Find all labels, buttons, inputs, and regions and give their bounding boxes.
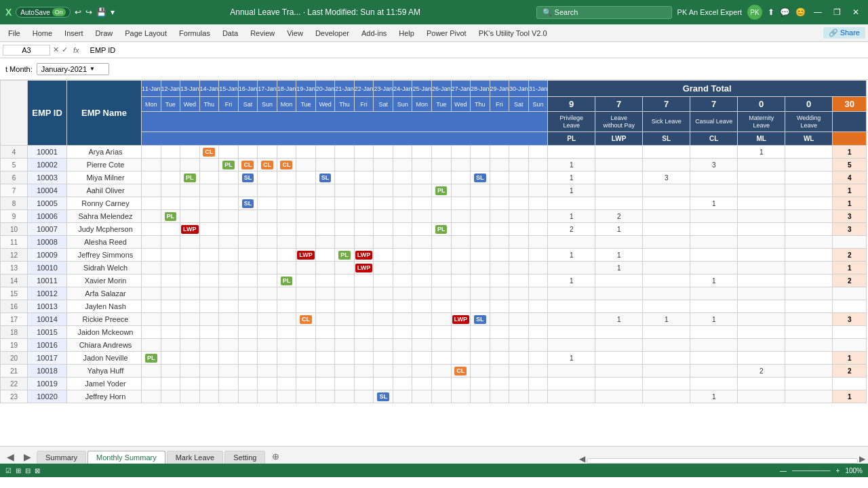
day-cell[interactable] xyxy=(180,300,200,313)
day-cell[interactable] xyxy=(490,146,509,159)
day-cell[interactable] xyxy=(431,339,451,352)
day-cell[interactable] xyxy=(180,378,200,390)
day-cell[interactable] xyxy=(258,236,277,249)
day-cell[interactable] xyxy=(142,236,161,249)
day-cell[interactable] xyxy=(374,262,393,274)
day-cell[interactable] xyxy=(258,378,277,390)
day-cell[interactable] xyxy=(412,390,432,403)
day-cell[interactable] xyxy=(451,378,471,390)
day-cell[interactable] xyxy=(315,184,335,197)
day-cell[interactable] xyxy=(142,249,161,262)
day-cell[interactable] xyxy=(296,390,316,403)
day-cell[interactable] xyxy=(490,223,509,236)
day-cell[interactable] xyxy=(354,159,374,171)
ribbon-toggle[interactable]: ⬆ xyxy=(768,7,774,17)
day-cell[interactable] xyxy=(490,300,509,313)
day-cell[interactable] xyxy=(258,326,277,339)
day-cell[interactable] xyxy=(471,184,490,197)
day-cell[interactable] xyxy=(354,236,374,249)
emp-name-cell[interactable]: Chiara Andrews xyxy=(67,339,142,352)
day-cell[interactable] xyxy=(258,287,277,300)
day-cell[interactable] xyxy=(412,326,432,339)
day-cell[interactable] xyxy=(258,390,277,403)
emp-name-cell[interactable]: Arya Arias xyxy=(67,146,142,159)
day-cell[interactable] xyxy=(490,262,509,274)
day-cell[interactable] xyxy=(238,352,258,365)
day-cell[interactable] xyxy=(277,378,296,390)
day-cell[interactable] xyxy=(374,339,393,352)
day-cell[interactable] xyxy=(335,159,355,171)
day-cell[interactable]: SL xyxy=(238,197,258,210)
day-cell[interactable] xyxy=(471,197,490,210)
zoom-in-icon[interactable]: + xyxy=(836,467,840,474)
emp-name-cell[interactable]: Jeffrey Simmons xyxy=(67,249,142,262)
day-cell[interactable] xyxy=(451,236,471,249)
emp-name-cell[interactable]: Alesha Reed xyxy=(67,236,142,249)
day-cell[interactable] xyxy=(277,365,296,378)
day-cell[interactable] xyxy=(431,249,451,262)
tab-add-button[interactable]: ⊕ xyxy=(267,449,285,464)
day-cell[interactable] xyxy=(412,210,432,223)
day-cell[interactable] xyxy=(219,287,239,300)
day-cell[interactable] xyxy=(393,287,412,300)
day-cell[interactable] xyxy=(354,378,374,390)
page-break-icon[interactable]: ⊠ xyxy=(35,467,40,474)
emp-id-cell[interactable]: 10002 xyxy=(28,159,67,171)
day-cell[interactable] xyxy=(354,300,374,313)
day-cell[interactable]: PL xyxy=(219,159,239,171)
day-cell[interactable] xyxy=(509,159,529,171)
day-cell[interactable] xyxy=(296,159,316,171)
day-cell[interactable] xyxy=(199,236,219,249)
day-cell[interactable] xyxy=(451,146,471,159)
day-cell[interactable] xyxy=(393,159,412,171)
day-cell[interactable] xyxy=(277,236,296,249)
day-cell[interactable] xyxy=(490,352,509,365)
day-cell[interactable] xyxy=(142,274,161,287)
day-cell[interactable] xyxy=(258,339,277,352)
day-cell[interactable] xyxy=(142,313,161,326)
day-cell[interactable] xyxy=(374,378,393,390)
day-cell[interactable] xyxy=(528,300,548,313)
day-cell[interactable] xyxy=(528,197,548,210)
tab-nav-left[interactable]: ◀ xyxy=(3,450,18,464)
day-cell[interactable] xyxy=(161,184,180,197)
emp-id-cell[interactable]: 10016 xyxy=(28,339,67,352)
day-cell[interactable] xyxy=(335,197,355,210)
day-cell[interactable] xyxy=(509,365,529,378)
day-cell[interactable] xyxy=(296,171,316,184)
tab-monthly-summary[interactable]: Monthly Summary xyxy=(87,451,165,464)
day-cell[interactable] xyxy=(354,339,374,352)
day-cell[interactable] xyxy=(335,210,355,223)
emp-id-cell[interactable]: 10001 xyxy=(28,146,67,159)
day-cell[interactable] xyxy=(296,339,316,352)
day-cell[interactable] xyxy=(219,390,239,403)
tab-mark-leave[interactable]: Mark Leave xyxy=(167,451,223,464)
day-cell[interactable] xyxy=(490,287,509,300)
day-cell[interactable] xyxy=(219,352,239,365)
day-cell[interactable] xyxy=(374,274,393,287)
day-cell[interactable] xyxy=(393,390,412,403)
day-cell[interactable] xyxy=(277,326,296,339)
day-cell[interactable] xyxy=(490,378,509,390)
zoom-out-icon[interactable]: — xyxy=(780,467,787,474)
face-icon[interactable]: 😊 xyxy=(795,7,806,17)
day-cell[interactable]: SL xyxy=(374,390,393,403)
day-cell[interactable] xyxy=(161,171,180,184)
day-cell[interactable] xyxy=(142,262,161,274)
day-cell[interactable] xyxy=(315,326,335,339)
day-cell[interactable] xyxy=(335,146,355,159)
day-cell[interactable] xyxy=(315,378,335,390)
day-cell[interactable]: SL xyxy=(471,171,490,184)
day-cell[interactable] xyxy=(219,236,239,249)
day-cell[interactable] xyxy=(315,300,335,313)
formula-input[interactable] xyxy=(87,45,865,55)
day-cell[interactable] xyxy=(374,171,393,184)
day-cell[interactable] xyxy=(528,378,548,390)
day-cell[interactable] xyxy=(277,339,296,352)
day-cell[interactable] xyxy=(412,365,432,378)
day-cell[interactable] xyxy=(509,236,529,249)
ribbon-home[interactable]: Home xyxy=(27,28,58,39)
day-cell[interactable] xyxy=(528,262,548,274)
day-cell[interactable] xyxy=(393,262,412,274)
day-cell[interactable] xyxy=(258,352,277,365)
